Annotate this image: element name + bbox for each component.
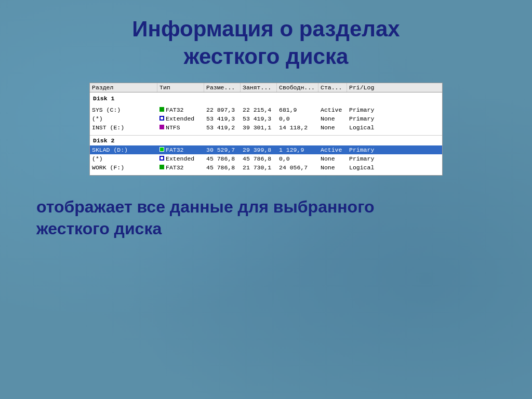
partition-prilog: Logical [347,124,381,131]
partition-type: Extended [157,155,204,163]
partition-free: 0,0 [277,155,318,163]
partition-status: None [318,124,347,131]
table-header: Раздел Тип Разме... Занят... Свободн... … [90,83,442,92]
partition-free: 681,9 [277,106,318,114]
partition-prilog: Primary [347,115,381,123]
disk2-label: Disk 2 [90,136,442,145]
partition-name: SKLAD (D:) [90,146,157,154]
partition-free: 1 129,9 [277,146,318,154]
col-prilog: Pri/Log [347,83,381,92]
table-row[interactable]: SKLAD (D:) FAT32 30 529,7 29 399,8 1 129… [90,145,442,154]
partition-status: Active [318,106,347,114]
partition-size: 45 786,8 [204,155,241,163]
partition-used: 45 786,8 [241,155,277,163]
partition-size: 22 897,3 [204,106,241,114]
col-partition: Раздел [90,83,157,92]
partition-size: 53 419,3 [204,115,241,123]
partition-status: None [318,155,347,163]
partition-used: 21 730,1 [241,164,277,171]
partition-size: 45 786,8 [204,164,241,171]
subtitle: отображает все данные для выбранного жес… [31,196,375,240]
partition-used: 39 301,1 [241,124,277,131]
col-type: Тип [157,83,204,92]
partition-type: FAT32 [157,146,204,154]
col-used: Занят... [241,83,277,92]
partition-name: (*) [90,155,157,163]
partition-used: 22 215,4 [241,106,277,114]
partition-type: FAT32 [157,106,204,114]
partition-free: 0,0 [277,115,318,123]
partition-name: INST (E:) [90,124,157,131]
table-row[interactable]: (*) Extended 53 419,3 53 419,3 0,0 None … [90,114,442,123]
table-row[interactable]: WORK (F:) FAT32 45 786,8 21 730,1 24 056… [90,163,442,172]
partition-used: 53 419,3 [241,115,277,123]
partition-name: SYS (C:) [90,106,157,114]
partition-prilog: Primary [347,146,381,154]
table-row[interactable]: INST (E:) NTFS 53 419,2 39 301,1 14 118,… [90,123,442,132]
table-row[interactable]: (*) Extended 45 786,8 45 786,8 0,0 None … [90,154,442,163]
table-row[interactable]: SYS (C:) FAT32 22 897,3 22 215,4 681,9 A… [90,105,442,114]
col-size: Разме... [204,83,241,92]
partition-free: 14 118,2 [277,124,318,131]
partition-status: None [318,115,347,123]
partition-size: 30 529,7 [204,146,241,154]
partition-prilog: Primary [347,155,381,163]
title: Информация о разделах жесткого диска [132,16,400,70]
partition-name: WORK (F:) [90,164,157,171]
col-free: Свободн... [277,83,318,92]
partition-type: FAT32 [157,164,204,171]
partition-free: 24 056,7 [277,164,318,171]
disk1-label: Disk 1 [90,94,442,103]
col-status: Ста... [318,83,347,92]
partition-prilog: Logical [347,164,381,171]
partition-used: 29 399,8 [241,146,277,154]
partition-name: (*) [90,115,157,123]
disk2-section: Disk 2 SKLAD (D:) FAT32 30 529,7 29 399,… [90,135,442,174]
partition-status: None [318,164,347,171]
disk1-section: Disk 1 SYS (C:) FAT32 22 897,3 22 215,4 … [90,94,442,134]
partition-status: Active [318,146,347,154]
partition-prilog: Primary [347,106,381,114]
table-container: Раздел Тип Разме... Занят... Свободн... … [89,83,443,176]
partition-size: 53 419,2 [204,124,241,131]
partition-type: NTFS [157,124,204,131]
partition-type: Extended [157,115,204,123]
